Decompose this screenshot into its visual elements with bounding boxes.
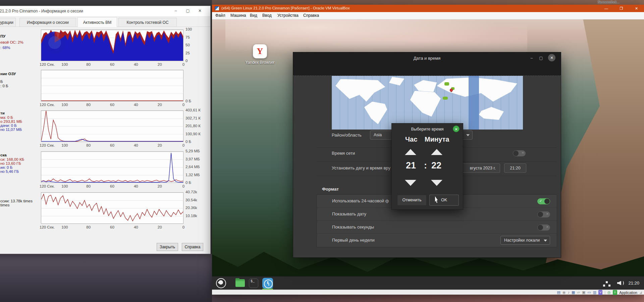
yandex-browser-label: Yandex Browser bbox=[240, 60, 280, 65]
tab-guest-control[interactable]: Контроль гостевой ОС bbox=[118, 18, 177, 27]
usb-icon[interactable]: ▱ bbox=[577, 290, 580, 295]
disk-write-rate: си: 168,00 КБ bbox=[0, 157, 40, 161]
ram-chart-yaxis: 0 Б bbox=[185, 70, 210, 101]
disk-chart-yaxis: 5,29 МБ3,97 МБ2,64 МБ1,32 МБ0 Б bbox=[185, 151, 210, 183]
virtualbox-statusbar: ▤ ◉ ♪ ▦ ▱ ▣ ▭ ▥ V | ◎ ⇩ Application bbox=[212, 290, 644, 295]
network-chart-xaxis: 120 Сек.100806040200 bbox=[41, 143, 183, 148]
minute-value: 22 bbox=[431, 160, 441, 171]
resize-grip[interactable] bbox=[639, 291, 642, 294]
time-picker-popup: Выберите время ✕ Час Минута 21 : 22 Отме… bbox=[391, 123, 463, 210]
cancel-button[interactable]: Отменить bbox=[397, 195, 427, 206]
cpu-section-label: ПУ bbox=[0, 34, 40, 38]
volume-icon[interactable] bbox=[617, 280, 621, 286]
session-window-title: Linux 21.2.0 Pro Cinnamon - Информация о… bbox=[0, 9, 83, 13]
tab-session-info[interactable]: Информация о сессии bbox=[19, 18, 76, 27]
vm-exits-session: ссии: 13.78k times bbox=[0, 199, 40, 203]
session-window-titlebar[interactable]: Linux 21.2.0 Pro Cinnamon - Информация о… bbox=[0, 6, 210, 16]
recording-icon[interactable]: ▥ bbox=[593, 290, 596, 295]
host-screenshot-icon-label[interactable]: Screenshot... bbox=[598, 0, 620, 4]
minute-up-button[interactable] bbox=[431, 149, 442, 155]
timezone-map[interactable] bbox=[332, 76, 523, 130]
help-button[interactable]: Справка bbox=[182, 243, 203, 251]
vm-titlebar[interactable]: (x64) Green Linux 21.2.0 Pro Cinnamon [Р… bbox=[212, 5, 644, 12]
network-adapter-icon[interactable]: ▦ bbox=[572, 290, 575, 295]
show-seconds-toggle[interactable] bbox=[537, 224, 550, 231]
minimize-button[interactable]: – bbox=[170, 6, 182, 16]
map-australia bbox=[479, 107, 504, 120]
tab-vm-activity[interactable]: Активность ВМ bbox=[77, 17, 117, 27]
cinnamon-menu-icon[interactable] bbox=[216, 278, 226, 288]
menu-view[interactable]: Вид bbox=[250, 13, 257, 18]
map-europe bbox=[414, 80, 437, 92]
vm-menubar: Файл Машина Вид Ввод Устройства Справка bbox=[212, 12, 644, 19]
maximize-button[interactable]: ▢ bbox=[182, 6, 194, 16]
network-chart-yaxis: 403,61 К302,71 К201,80 К100,90 К0 Б bbox=[185, 110, 210, 142]
tab-configuration[interactable]: гурации bbox=[0, 18, 16, 27]
menu-file[interactable]: Файл bbox=[215, 13, 225, 18]
yandex-browser-icon[interactable]: Y bbox=[253, 44, 267, 58]
net-rx-total: о 293,81 МБ bbox=[0, 119, 40, 123]
hdd-icon[interactable]: ▤ bbox=[557, 290, 560, 295]
map-highlight-region bbox=[443, 97, 448, 100]
hour-down-button[interactable] bbox=[405, 180, 416, 186]
close-icon[interactable]: ✕ bbox=[548, 54, 555, 61]
menu-devices[interactable]: Устройства bbox=[277, 13, 299, 18]
minimize-button[interactable]: – bbox=[528, 55, 535, 61]
optical-disk-icon[interactable]: ◉ bbox=[562, 290, 566, 295]
menu-machine[interactable]: Машина bbox=[230, 13, 246, 18]
close-button[interactable]: ✕ bbox=[194, 6, 206, 16]
file-manager-icon[interactable] bbox=[235, 279, 245, 287]
region-value: Asia bbox=[374, 133, 382, 137]
statusbar-app-label: Application bbox=[619, 291, 637, 295]
maximize-button[interactable]: ▢ bbox=[537, 55, 545, 61]
cpu-guest-value: евой ОС: 2% bbox=[0, 40, 40, 44]
cpu-chart-yaxis: 1007550250 bbox=[185, 30, 210, 61]
maximize-button[interactable]: ❐ bbox=[614, 5, 629, 12]
taskbar-clock[interactable]: 21:20 bbox=[628, 281, 639, 286]
shared-folders-icon[interactable]: ▣ bbox=[582, 290, 585, 295]
vm-exits-chart bbox=[41, 192, 183, 224]
cpu-usage-donut bbox=[44, 32, 66, 54]
time-button[interactable]: 21:20 bbox=[504, 163, 526, 173]
session-info-window: Linux 21.2.0 Pro Cinnamon - Информация о… bbox=[0, 6, 211, 254]
disk-read-total: но 5,46 ГБ bbox=[0, 169, 40, 173]
menu-input[interactable]: Ввод bbox=[262, 13, 272, 18]
vm-exits-rate: times bbox=[0, 203, 40, 207]
yandex-browser-desktop-icon[interactable]: Y Yandex Browser bbox=[240, 44, 280, 65]
close-button[interactable]: ✕ bbox=[629, 5, 644, 12]
minute-down-button[interactable] bbox=[431, 180, 442, 186]
map-greenland bbox=[389, 77, 405, 86]
virtualization-features-icon[interactable]: V bbox=[598, 290, 602, 295]
keyboard-capture-icon[interactable]: ⇩ bbox=[613, 290, 618, 295]
ok-button[interactable]: OK bbox=[429, 195, 459, 206]
mouse-integration-icon[interactable]: ◎ bbox=[607, 290, 611, 295]
hour-up-button[interactable] bbox=[405, 149, 416, 155]
disk-write-total: но 13,60 ГБ bbox=[0, 161, 40, 165]
network-tray-icon[interactable] bbox=[606, 281, 608, 283]
map-south-america bbox=[364, 102, 387, 124]
use-24h-toggle[interactable] bbox=[537, 198, 550, 204]
menu-help[interactable]: Справка bbox=[303, 13, 319, 18]
clock-app-icon[interactable] bbox=[262, 278, 273, 289]
minimize-button[interactable]: — bbox=[599, 5, 614, 12]
format-row-first-day: Первый день недели Настройки локали bbox=[317, 234, 557, 247]
audio-icon[interactable]: ♪ bbox=[568, 290, 570, 295]
hour-column-label: Час bbox=[405, 136, 417, 143]
display-icon[interactable]: ▭ bbox=[587, 290, 591, 295]
map-north-america bbox=[335, 79, 385, 102]
network-time-toggle[interactable] bbox=[513, 150, 526, 156]
region-label: Район/область bbox=[332, 133, 362, 138]
ram-usage-chart bbox=[41, 70, 183, 101]
first-day-dropdown[interactable]: Настройки локали bbox=[500, 236, 550, 245]
net-section-label: ти bbox=[0, 111, 40, 115]
ram-section-label: ние ОЗУ bbox=[0, 72, 40, 76]
dialog-titlebar[interactable]: Дата и время – ▢ ✕ bbox=[293, 52, 561, 76]
net-tx-rate: дачи: 0 Б bbox=[0, 123, 40, 128]
close-session-button[interactable]: Закрыть bbox=[157, 243, 178, 251]
terminal-icon[interactable]: $_ bbox=[249, 279, 258, 288]
close-icon[interactable]: ✕ bbox=[453, 125, 460, 132]
show-date-toggle[interactable] bbox=[537, 211, 550, 217]
chevron-down-icon bbox=[466, 134, 470, 136]
use-24h-label: Использовать 24-часовой ф bbox=[332, 198, 389, 203]
network-rate-chart bbox=[41, 110, 183, 142]
